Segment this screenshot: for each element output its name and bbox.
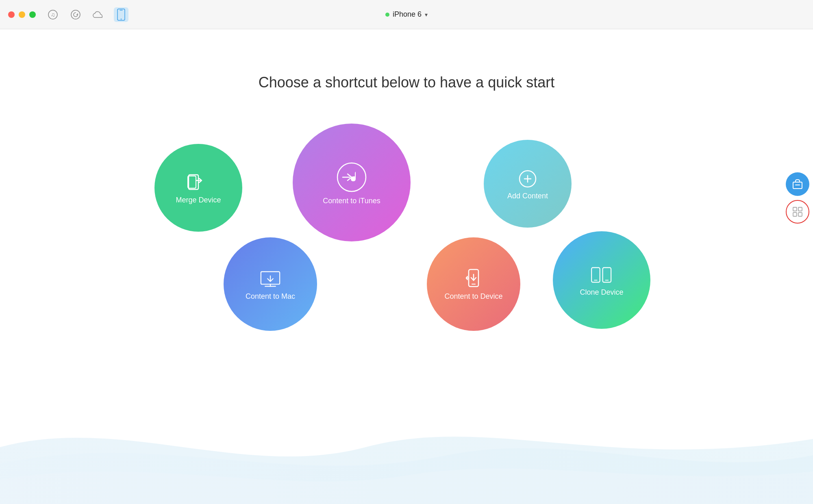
merge-device-label: Merge Device [176,196,221,204]
content-itunes-button[interactable]: Content to iTunes [293,124,411,241]
svg-rect-3 [117,9,125,20]
svg-rect-30 [793,213,797,216]
svg-point-2 [71,10,80,19]
svg-text:♫: ♫ [51,11,55,18]
titlebar-icons: ♫ [46,7,128,22]
device-status-dot [385,13,389,17]
cloud-icon[interactable] [91,7,106,22]
svg-rect-6 [189,175,198,189]
svg-rect-31 [798,213,802,216]
device-selector[interactable]: iPhone 6 ▾ [385,10,428,19]
clone-device-label: Clone Device [580,288,623,297]
wave-background [0,366,813,504]
music-icon[interactable]: ♫ [46,7,60,22]
main-content: Choose a shortcut below to have a quick … [0,29,813,504]
grid-button[interactable] [786,200,809,224]
titlebar: ♫ iPhone 6 ▾ [0,0,813,29]
svg-rect-29 [798,207,802,211]
history-icon[interactable] [68,7,83,22]
traffic-lights [8,11,36,18]
close-button[interactable] [8,11,15,18]
content-mac-button[interactable]: Content to Mac [224,237,317,331]
chevron-down-icon: ▾ [425,11,428,18]
svg-point-5 [121,18,122,19]
clone-device-button[interactable]: Clone Device [553,231,650,329]
content-mac-label: Content to Mac [246,292,295,301]
svg-rect-28 [793,207,797,211]
add-content-label: Add Content [507,192,548,200]
shortcuts-container: Merge Device Content to iTunes Add Conte… [142,115,671,367]
tools-button[interactable] [786,172,809,196]
content-device-label: Content to Device [444,292,502,301]
phone-icon[interactable] [114,7,128,22]
maximize-button[interactable] [29,11,36,18]
minimize-button[interactable] [19,11,25,18]
add-content-button[interactable]: Add Content [484,140,572,228]
right-sidebar [782,59,813,504]
content-device-button[interactable]: Content to Device [427,237,520,331]
page-title: Choose a shortcut below to have a quick … [259,74,554,91]
content-itunes-label: Content to iTunes [323,197,380,205]
device-name: iPhone 6 [393,10,422,19]
merge-device-button[interactable]: Merge Device [154,144,242,232]
